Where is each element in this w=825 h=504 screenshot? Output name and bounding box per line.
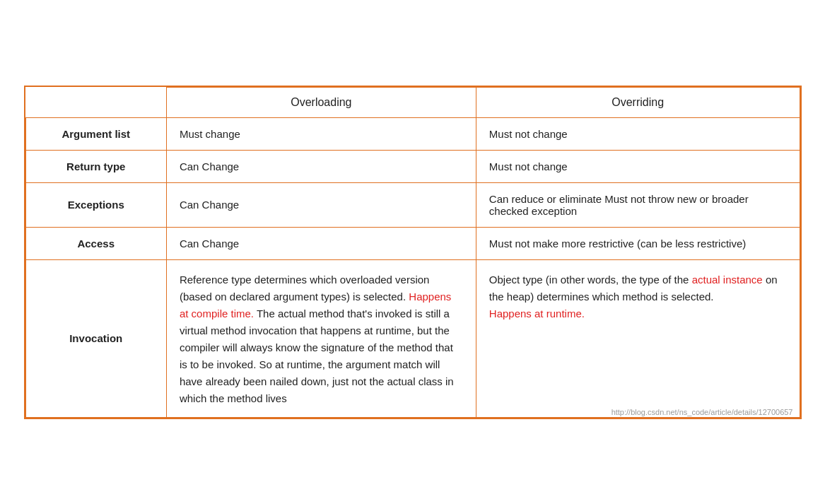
invocation-overloading-text1: Reference type determines which overload… xyxy=(180,274,430,303)
header-overriding: Overriding xyxy=(476,87,800,117)
invocation-overloading-text2: The actual method that's invoked is stil… xyxy=(180,307,454,404)
table-row: Access Can Change Must not make more res… xyxy=(25,227,800,259)
row-overloading-argument-list: Must change xyxy=(166,117,476,150)
row-overriding-return-type: Must not change xyxy=(476,150,800,182)
invocation-overriding-text1: Object type (in other words, the type of… xyxy=(489,274,692,286)
comparison-table-container: Overloading Overriding Argument list Mus… xyxy=(24,86,802,419)
row-label-argument-list: Argument list xyxy=(25,117,166,150)
table-row: Exceptions Can Change Can reduce or elim… xyxy=(25,182,800,227)
row-label-exceptions: Exceptions xyxy=(25,182,166,227)
table-row: Argument list Must change Must not chang… xyxy=(25,117,800,150)
watermark: http://blog.csdn.net/ns_code/article/det… xyxy=(607,406,797,418)
row-label-access: Access xyxy=(25,227,166,259)
row-label-invocation: Invocation xyxy=(25,259,166,417)
row-overloading-invocation: Reference type determines which overload… xyxy=(166,259,476,417)
row-overloading-exceptions: Can Change xyxy=(166,182,476,227)
row-overriding-argument-list: Must not change xyxy=(476,117,800,150)
row-overriding-access: Must not make more restrictive (can be l… xyxy=(476,227,800,259)
row-overloading-access: Can Change xyxy=(166,227,476,259)
row-overriding-exceptions: Can reduce or eliminate Must not throw n… xyxy=(476,182,800,227)
comparison-table: Overloading Overriding Argument list Mus… xyxy=(25,87,800,418)
row-overloading-return-type: Can Change xyxy=(166,150,476,182)
invocation-overriding-red2: Happens at runtime. xyxy=(489,307,585,320)
table-row: Return type Can Change Must not change xyxy=(25,150,800,182)
row-overriding-invocation: Object type (in other words, the type of… xyxy=(476,259,800,417)
table-wrapper: Overloading Overriding Argument list Mus… xyxy=(24,86,802,419)
header-col1 xyxy=(25,87,166,117)
table-row: Invocation Reference type determines whi… xyxy=(25,259,800,417)
row-label-return-type: Return type xyxy=(25,150,166,182)
invocation-overriding-red1: actual instance xyxy=(692,274,763,286)
header-overloading: Overloading xyxy=(166,87,476,117)
